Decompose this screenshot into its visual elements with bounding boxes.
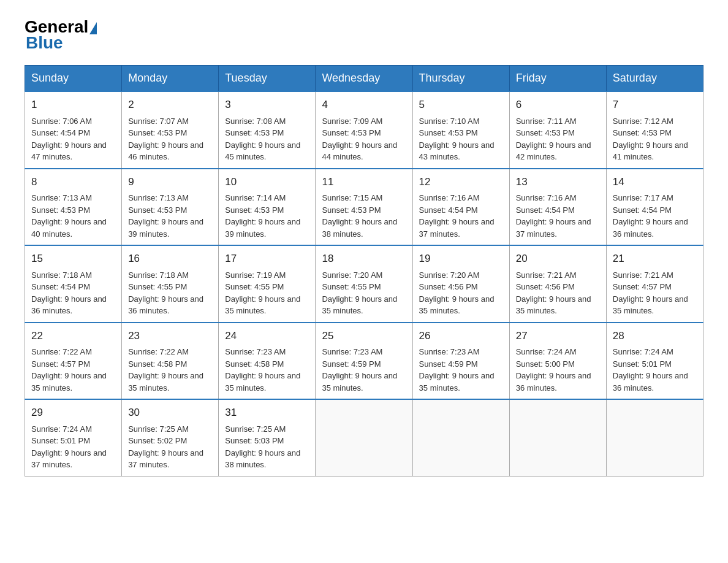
day-number: 11 xyxy=(322,174,406,190)
calendar-cell: 4Sunrise: 7:09 AMSunset: 4:53 PMDaylight… xyxy=(316,91,412,169)
week-row-1: 1Sunrise: 7:06 AMSunset: 4:54 PMDaylight… xyxy=(25,91,703,169)
day-number: 28 xyxy=(613,328,697,344)
day-number: 3 xyxy=(225,97,309,113)
calendar-cell: 24Sunrise: 7:23 AMSunset: 4:58 PMDayligh… xyxy=(219,323,316,400)
calendar-cell: 2Sunrise: 7:07 AMSunset: 4:53 PMDaylight… xyxy=(122,91,219,169)
day-header-friday: Friday xyxy=(509,66,606,92)
calendar-cell: 14Sunrise: 7:17 AMSunset: 4:54 PMDayligh… xyxy=(606,169,703,246)
calendar-cell: 29Sunrise: 7:24 AMSunset: 5:01 PMDayligh… xyxy=(25,399,122,476)
logo-triangle-icon xyxy=(89,22,97,34)
day-number: 30 xyxy=(128,405,212,421)
week-row-3: 15Sunrise: 7:18 AMSunset: 4:54 PMDayligh… xyxy=(25,245,703,323)
day-number: 8 xyxy=(31,174,115,190)
day-number: 22 xyxy=(31,328,115,344)
day-number: 2 xyxy=(128,97,212,113)
day-number: 27 xyxy=(516,328,600,344)
calendar-cell: 28Sunrise: 7:24 AMSunset: 5:01 PMDayligh… xyxy=(606,323,703,400)
day-header-sunday: Sunday xyxy=(25,66,122,92)
day-number: 20 xyxy=(516,251,600,267)
week-row-4: 22Sunrise: 7:22 AMSunset: 4:57 PMDayligh… xyxy=(25,323,703,400)
day-header-thursday: Thursday xyxy=(412,66,509,92)
day-number: 16 xyxy=(128,251,212,267)
calendar-cell xyxy=(509,399,606,476)
calendar-cell: 18Sunrise: 7:20 AMSunset: 4:55 PMDayligh… xyxy=(316,245,412,323)
week-row-2: 8Sunrise: 7:13 AMSunset: 4:53 PMDaylight… xyxy=(25,169,703,246)
day-number: 17 xyxy=(225,251,309,267)
logo: General Blue xyxy=(25,18,98,53)
day-number: 31 xyxy=(225,405,309,421)
day-number: 13 xyxy=(516,174,600,190)
calendar-cell: 8Sunrise: 7:13 AMSunset: 4:53 PMDaylight… xyxy=(25,169,122,246)
calendar-cell xyxy=(412,399,509,476)
calendar-cell: 10Sunrise: 7:14 AMSunset: 4:53 PMDayligh… xyxy=(219,169,316,246)
calendar-cell: 6Sunrise: 7:11 AMSunset: 4:53 PMDaylight… xyxy=(509,91,606,169)
calendar-table: SundayMondayTuesdayWednesdayThursdayFrid… xyxy=(25,65,703,477)
day-header-wednesday: Wednesday xyxy=(316,66,412,92)
day-number: 18 xyxy=(322,251,406,267)
calendar-cell: 30Sunrise: 7:25 AMSunset: 5:02 PMDayligh… xyxy=(122,399,219,476)
calendar-cell: 3Sunrise: 7:08 AMSunset: 4:53 PMDaylight… xyxy=(219,91,316,169)
calendar-cell: 17Sunrise: 7:19 AMSunset: 4:55 PMDayligh… xyxy=(219,245,316,323)
calendar-cell: 16Sunrise: 7:18 AMSunset: 4:55 PMDayligh… xyxy=(122,245,219,323)
calendar-cell xyxy=(316,399,412,476)
day-header-saturday: Saturday xyxy=(606,66,703,92)
day-number: 10 xyxy=(225,174,309,190)
page-header: General Blue xyxy=(25,18,703,53)
week-row-5: 29Sunrise: 7:24 AMSunset: 5:01 PMDayligh… xyxy=(25,399,703,476)
day-number: 4 xyxy=(322,97,406,113)
day-number: 7 xyxy=(613,97,697,113)
calendar-cell: 7Sunrise: 7:12 AMSunset: 4:53 PMDaylight… xyxy=(606,91,703,169)
calendar-cell: 20Sunrise: 7:21 AMSunset: 4:56 PMDayligh… xyxy=(509,245,606,323)
calendar-cell: 15Sunrise: 7:18 AMSunset: 4:54 PMDayligh… xyxy=(25,245,122,323)
day-number: 26 xyxy=(419,328,503,344)
day-number: 19 xyxy=(419,251,503,267)
day-number: 24 xyxy=(225,328,309,344)
day-number: 23 xyxy=(128,328,212,344)
calendar-cell: 13Sunrise: 7:16 AMSunset: 4:54 PMDayligh… xyxy=(509,169,606,246)
calendar-cell: 21Sunrise: 7:21 AMSunset: 4:57 PMDayligh… xyxy=(606,245,703,323)
day-number: 15 xyxy=(31,251,115,267)
calendar-cell: 23Sunrise: 7:22 AMSunset: 4:58 PMDayligh… xyxy=(122,323,219,400)
calendar-cell: 9Sunrise: 7:13 AMSunset: 4:53 PMDaylight… xyxy=(122,169,219,246)
calendar-cell: 25Sunrise: 7:23 AMSunset: 4:59 PMDayligh… xyxy=(316,323,412,400)
calendar-cell: 1Sunrise: 7:06 AMSunset: 4:54 PMDaylight… xyxy=(25,91,122,169)
day-number: 21 xyxy=(613,251,697,267)
day-header-monday: Monday xyxy=(122,66,219,92)
day-number: 9 xyxy=(128,174,212,190)
calendar-cell: 27Sunrise: 7:24 AMSunset: 5:00 PMDayligh… xyxy=(509,323,606,400)
calendar-cell: 12Sunrise: 7:16 AMSunset: 4:54 PMDayligh… xyxy=(412,169,509,246)
calendar-cell: 5Sunrise: 7:10 AMSunset: 4:53 PMDaylight… xyxy=(412,91,509,169)
calendar-cell: 26Sunrise: 7:23 AMSunset: 4:59 PMDayligh… xyxy=(412,323,509,400)
calendar-header-row: SundayMondayTuesdayWednesdayThursdayFrid… xyxy=(25,66,703,92)
logo-blue-text: Blue xyxy=(26,33,63,53)
calendar-cell: 11Sunrise: 7:15 AMSunset: 4:53 PMDayligh… xyxy=(316,169,412,246)
day-number: 5 xyxy=(419,97,503,113)
day-number: 29 xyxy=(31,405,115,421)
day-number: 12 xyxy=(419,174,503,190)
day-header-tuesday: Tuesday xyxy=(219,66,316,92)
calendar-cell: 31Sunrise: 7:25 AMSunset: 5:03 PMDayligh… xyxy=(219,399,316,476)
calendar-cell: 19Sunrise: 7:20 AMSunset: 4:56 PMDayligh… xyxy=(412,245,509,323)
day-number: 1 xyxy=(31,97,115,113)
calendar-cell: 22Sunrise: 7:22 AMSunset: 4:57 PMDayligh… xyxy=(25,323,122,400)
day-number: 25 xyxy=(322,328,406,344)
calendar-cell xyxy=(606,399,703,476)
day-number: 14 xyxy=(613,174,697,190)
day-number: 6 xyxy=(516,97,600,113)
